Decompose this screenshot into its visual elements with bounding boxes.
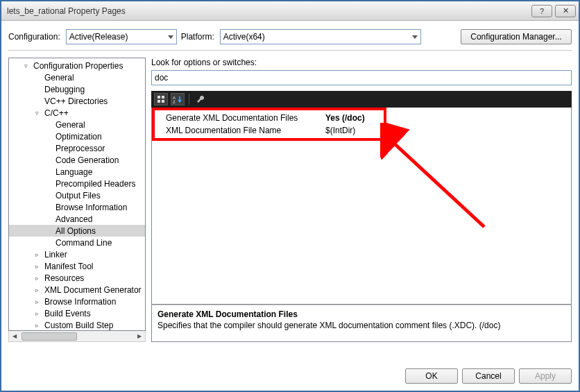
tree-item-code-generation[interactable]: Code Generation [9, 154, 145, 166]
tree-item-preprocessor[interactable]: Preprocessor [9, 142, 145, 154]
right-pane: Look for options or switches: AZ Generat… [151, 58, 572, 342]
dialog-buttons: OK Cancel Apply [405, 368, 572, 384]
tree-item-precompiled-headers[interactable]: Precompiled Headers [9, 178, 145, 189]
tree-item-vc-directories[interactable]: VC++ Directories [9, 95, 145, 107]
svg-rect-0 [157, 96, 160, 99]
tree-item-command-line[interactable]: Command Line [9, 237, 145, 248]
sort-az-icon[interactable]: AZ [171, 93, 185, 105]
scroll-left-icon[interactable]: ◀ [9, 332, 20, 341]
description-panel: Generate XML Documentation Files Specifi… [151, 305, 572, 342]
tree-item-debugging[interactable]: Debugging [9, 83, 145, 95]
wrench-icon[interactable] [194, 93, 207, 105]
property-name: Generate XML Documentation Files [166, 113, 325, 123]
tree-item-label: Browse Information [56, 203, 127, 212]
tree-scrollbar[interactable]: ◀ ▶ [8, 331, 146, 342]
tree-item-xml-document-generator[interactable]: ▹XML Document Generator [9, 284, 145, 296]
property-name: XML Documentation File Name [166, 126, 325, 135]
tree-item-label: XML Document Generator [44, 285, 142, 295]
tree-item-all-options[interactable]: All Options [9, 225, 145, 237]
tree-item-label: General [56, 120, 85, 130]
platform-label: Platform: [181, 32, 214, 42]
description-title: Generate XML Documentation Files [157, 309, 565, 319]
tree-item-label: Optimization [56, 132, 102, 142]
tree-item-label: Browse Information [44, 297, 116, 307]
expander-icon[interactable]: ▹ [35, 275, 42, 282]
expander-icon[interactable]: ▿ [35, 110, 42, 117]
svg-rect-2 [157, 100, 160, 103]
svg-rect-3 [162, 100, 164, 103]
property-row[interactable]: XML Documentation File Name$(IntDir) [152, 124, 571, 137]
chevron-down-icon [412, 35, 418, 39]
scroll-right-icon[interactable]: ▶ [134, 332, 145, 341]
tree-item-label: Custom Build Step [44, 321, 113, 330]
tree-item-label: Advanced [56, 214, 92, 224]
svg-rect-1 [162, 96, 164, 99]
configuration-manager-button[interactable]: Configuration Manager... [461, 29, 572, 44]
tree-item-general[interactable]: General [9, 71, 145, 83]
window-title: lets_be_rational Property Pages [4, 6, 529, 16]
property-grid[interactable]: Generate XML Documentation FilesYes (/do… [151, 108, 572, 305]
tree-item-label: All Options [56, 226, 96, 236]
expander-icon[interactable]: ▿ [24, 62, 31, 69]
tree-item-browse-information[interactable]: ▹Browse Information [9, 296, 145, 307]
tree[interactable]: ▿Configuration PropertiesGeneralDebuggin… [8, 58, 146, 331]
configuration-label: Configuration: [8, 32, 60, 42]
categorize-icon[interactable] [154, 93, 168, 105]
tree-item-configuration-properties[interactable]: ▿Configuration Properties [9, 60, 145, 71]
search-label: Look for options or switches: [151, 58, 572, 67]
cancel-button[interactable]: Cancel [462, 368, 515, 384]
description-body: Specifies that the compiler should gener… [157, 321, 565, 330]
expander-icon[interactable]: ▹ [35, 322, 42, 329]
tree-pane: ▿Configuration PropertiesGeneralDebuggin… [8, 58, 146, 342]
tree-item-label: VC++ Directories [44, 96, 108, 106]
tree-item-label: Output Files [56, 191, 101, 201]
main-area: ▿Configuration PropertiesGeneralDebuggin… [1, 51, 579, 349]
property-value[interactable]: Yes (/doc) [325, 113, 571, 123]
property-row[interactable]: Generate XML Documentation FilesYes (/do… [152, 112, 571, 124]
expander-icon[interactable]: ▹ [35, 310, 42, 317]
tree-item-custom-build-step[interactable]: ▹Custom Build Step [9, 319, 145, 331]
configuration-combo[interactable]: Active(Release) [66, 29, 177, 44]
configuration-value: Active(Release) [69, 32, 128, 42]
tree-item-label: Command Line [56, 238, 112, 248]
help-button[interactable]: ? [531, 5, 552, 17]
expander-icon[interactable]: ▹ [35, 263, 42, 270]
apply-button[interactable]: Apply [519, 368, 572, 384]
property-value[interactable]: $(IntDir) [325, 126, 571, 135]
close-button[interactable]: ✕ [555, 5, 576, 17]
tree-item-label: Manifest Tool [44, 262, 93, 271]
platform-combo[interactable]: Active(x64) [220, 29, 421, 44]
question-icon: ? [540, 7, 544, 15]
expander-icon[interactable]: ▹ [35, 251, 42, 258]
svg-text:Z: Z [173, 100, 176, 103]
tree-item-label: Code Generation [56, 155, 119, 165]
tree-item-label: General [44, 73, 74, 83]
tree-item-c-c-[interactable]: ▿C/C++ [9, 107, 145, 119]
tree-item-language[interactable]: Language [9, 166, 145, 178]
tree-item-advanced[interactable]: Advanced [9, 213, 145, 225]
tree-item-label: Build Events [44, 309, 91, 318]
tree-item-linker[interactable]: ▹Linker [9, 248, 145, 260]
tree-item-optimization[interactable]: Optimization [9, 130, 145, 142]
tree-item-label: Language [56, 167, 92, 177]
scroll-thumb[interactable] [22, 332, 77, 341]
tree-item-build-events[interactable]: ▹Build Events [9, 307, 145, 319]
tree-item-manifest-tool[interactable]: ▹Manifest Tool [9, 260, 145, 272]
close-icon: ✕ [563, 6, 569, 15]
config-row: Configuration: Active(Release) Platform:… [1, 21, 579, 50]
expander-icon[interactable]: ▹ [35, 287, 42, 293]
tree-item-label: Resources [44, 273, 84, 283]
chevron-down-icon [168, 35, 173, 39]
ok-button[interactable]: OK [405, 368, 458, 384]
tree-item-label: Precompiled Headers [56, 179, 135, 189]
toolbar-separator [189, 94, 189, 105]
tree-item-general[interactable]: General [9, 119, 145, 130]
tree-item-output-files[interactable]: Output Files [9, 189, 145, 201]
tree-item-browse-information[interactable]: Browse Information [9, 201, 145, 213]
tree-item-label: Configuration Properties [33, 61, 123, 71]
tree-item-label: C/C++ [44, 108, 69, 118]
search-input[interactable] [151, 70, 572, 85]
tree-item-resources[interactable]: ▹Resources [9, 272, 145, 284]
expander-icon[interactable]: ▹ [35, 298, 42, 305]
tree-item-label: Debugging [44, 85, 85, 94]
